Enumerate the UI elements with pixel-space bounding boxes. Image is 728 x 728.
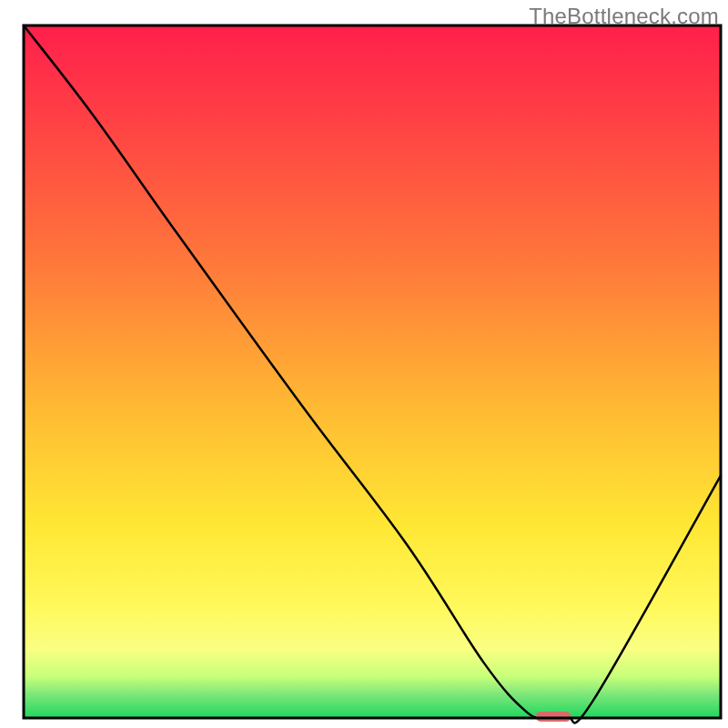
chart-stage: TheBottleneck.com [0,0,728,728]
plot-background [24,25,721,718]
watermark-text: TheBottleneck.com [529,4,719,29]
bottleneck-chart [0,0,728,728]
